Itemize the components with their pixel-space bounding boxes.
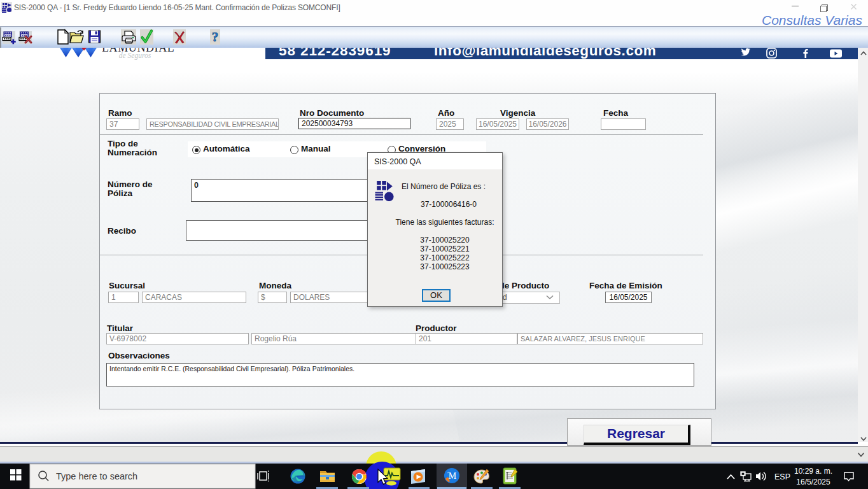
svg-text:de Seguros: de Seguros — [119, 52, 151, 60]
svg-text:ESP: ESP — [774, 472, 790, 481]
svg-text:M: M — [449, 471, 457, 481]
svg-text:?: ? — [212, 29, 219, 45]
svg-text:16/5/2025: 16/5/2025 — [796, 478, 830, 486]
svg-text:Type here to search: Type here to search — [56, 471, 137, 481]
svg-text:10:29 a. m.: 10:29 a. m. — [794, 467, 832, 476]
